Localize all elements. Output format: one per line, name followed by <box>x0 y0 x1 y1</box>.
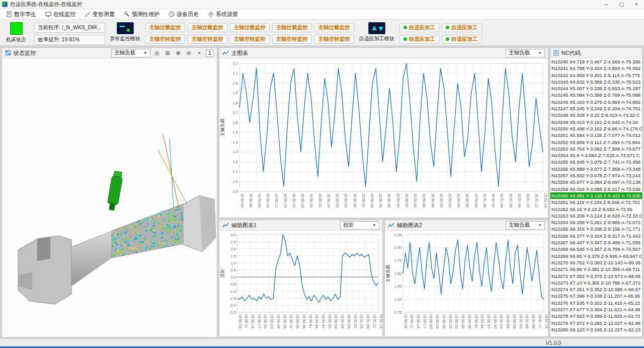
nc-code-line[interactable]: N10253 X5.754 Y-3.092 Z-7.508 A-73.677 <box>550 146 642 152</box>
nc-code-line[interactable]: N10248 X5.328 Y-3.22 Z-6.423 A-74.52 C <box>550 112 642 118</box>
zoom-in-icon[interactable]: ⊕ <box>174 49 182 57</box>
menu-item-online-monitoring[interactable]: 在线监控 <box>41 10 79 19</box>
spindle-overload-button[interactable]: 主轴过载监控 <box>272 23 312 32</box>
spindle-overload-button[interactable]: 主轴过载监控 <box>230 23 270 32</box>
nc-code-line[interactable]: N10249 X5.413 Y-3.191 Z-6.642 A-74.34 <box>550 119 642 125</box>
clear-icon[interactable]: × <box>195 49 203 57</box>
nc-code-line[interactable]: N10272 X7.002 Y-3.375 Z-10.573 A-68.05 <box>550 273 642 280</box>
zoom-out-icon[interactable]: ⊖ <box>185 49 193 57</box>
spindle-idle-button[interactable]: 主轴空转监控 <box>314 35 354 44</box>
adaptive-machining-button[interactable]: 自适应加工 <box>442 35 482 44</box>
svg-text:16:50:08: 16:50:08 <box>404 314 408 328</box>
nc-code-line[interactable]: N10260 X6.081 Y-3.133 Z-8.422 A-72.835 <box>550 192 642 199</box>
nc-code-line[interactable]: N10255 X5.845 Y-3.079 Z-7.741 A-73.458 <box>550 159 642 165</box>
nc-code-line[interactable]: N10241 X4.788 Y-3.434 Z-4.893 A-76.062 <box>550 65 642 72</box>
nc-code-line[interactable]: N10279 X7.972 Y-3.266 Z-12.027 A-62.98 <box>550 320 642 326</box>
main-chart[interactable]: 0.91.01.11.21.31.41.51.61.71.81.92.02.12… <box>219 58 548 218</box>
crosshair-icon[interactable]: ◎ <box>153 49 161 57</box>
menu-item-digital-twin[interactable]: 数字孪生 <box>2 10 40 19</box>
menu-item-system-settings[interactable]: 系统设置 <box>204 10 242 19</box>
pan-icon[interactable]: ⊞ <box>164 49 172 57</box>
maximize-icon[interactable]: ▢ <box>614 0 629 9</box>
nc-code-line[interactable]: N10261 X6.119 Y-3.159 Z-8.546 A-72.701 <box>550 199 642 205</box>
menu-item-predictive-maintenance[interactable]: 预测性维护 <box>120 10 164 19</box>
nc-code-line[interactable]: N10278 X7.823 Y-3.286 Z-11.825 A-63.73 <box>550 313 642 319</box>
nc-code-line[interactable]: N10257 X5.932 Y-3.078 Z-7.974 A-73.243 <box>550 172 642 179</box>
svg-text:16:50:18: 16:50:18 <box>300 193 305 207</box>
spindle-overload-button[interactable]: 主轴过载监控 <box>188 23 227 32</box>
nc-code-line[interactable]: N10268 X6.545 Y-3.367 Z-9.708 A-70.507 <box>550 246 642 252</box>
nc-code-line[interactable]: N10275 X7.396 Y-3.338 Z-11.207 A-65.95 <box>550 293 642 299</box>
svg-text:1.8: 1.8 <box>233 101 238 105</box>
svg-text:16:50:32: 16:50:32 <box>361 193 366 207</box>
svg-text:16:50:47: 16:50:47 <box>321 314 326 328</box>
chart-icon <box>388 222 394 228</box>
spindle-overload-button[interactable]: 主轴过载监控 <box>145 23 185 32</box>
adaptive-machining-button[interactable]: 自适应加工 <box>442 23 482 32</box>
aux-chart1-variable-dropdown[interactable]: 扭矩▼ <box>340 221 379 230</box>
spindle-idle-button[interactable]: 主轴空转监控 <box>230 35 270 44</box>
nc-code-line[interactable]: N10263 X6.206 Y-3.224 Z-8.828 A-72.33 C <box>550 213 642 219</box>
spindle-idle-button[interactable]: 主轴空转监控 <box>145 35 185 44</box>
menu-item-deformation-measure[interactable]: 变形测量 <box>80 10 119 19</box>
nc-code-line[interactable]: N10258 X5.977 Y-3.084 Z-8.097 A-73.138 <box>550 179 642 185</box>
svg-text:0.0: 0.0 <box>231 275 236 280</box>
model-variable-dropdown[interactable]: 主轴负载▼ <box>111 49 150 57</box>
nc-code-line[interactable]: N10276 X7.535 Y-3.322 Z-11.415 A-65.22 <box>550 300 642 306</box>
nc-code-line[interactable]: N10244 X5.007 Y-3.338 Z-5.553 A-75.297 <box>550 85 642 92</box>
3d-model-viewport[interactable] <box>2 58 217 337</box>
nc-code-line[interactable]: N10245 X5.084 Y-3.308 Z-5.769 A-75.088 <box>550 92 642 98</box>
menu-item-device-history[interactable]: 设备历史 <box>165 10 203 19</box>
adaptive-machining-button[interactable]: 自适应加工 <box>399 35 440 44</box>
spindle-overload-button[interactable]: 主轴过载监控 <box>314 23 354 32</box>
svg-text:16:50:56: 16:50:56 <box>506 314 510 328</box>
main-chart-variable-dropdown[interactable]: 主轴负载▼ <box>506 49 545 57</box>
nc-code-line[interactable]: N10274 X7.261 Y-3.352 Z-10.998 A-66.67 <box>550 286 642 293</box>
nc-code-line[interactable]: N10243 X4.932 Y-3.369 Z-5.335 A-75.523 <box>550 79 642 85</box>
nc-code-line[interactable]: N10251 X5.584 Y-3.136 Z-7.077 A-74.012 <box>550 132 642 138</box>
svg-text:1.3: 1.3 <box>233 150 238 154</box>
svg-text:16:50:23: 16:50:23 <box>270 314 274 328</box>
nc-code-line[interactable]: N10277 X7.677 Y-3.304 Z-11.621 A-64.48 <box>550 306 642 313</box>
nc-code-line[interactable]: N10256 X5.889 Y-3.077 Z-7.858 A-73.348 <box>550 166 642 172</box>
nc-code-line[interactable]: N10264 X6.258 Y-3.261 Z-8.989 A-72.072 <box>550 219 642 226</box>
adaptive-machining-button[interactable]: 自适应加工 <box>399 23 440 32</box>
nc-code-line[interactable]: N10280 X8.123 Y-3.245 Z-12.227 A-62.23 <box>550 326 642 333</box>
aux-chart2-variable-dropdown[interactable]: 主轴负载▼ <box>506 221 545 230</box>
nc-code-line[interactable]: N10273 X7.13 Y-3.365 Z-10.786 A-67.372 <box>550 280 642 286</box>
nc-code-line[interactable]: N10259 X6.016 Y-3.098 Z-8.217 A-73.036 <box>550 186 642 192</box>
adaptive-module[interactable]: 自适应加工模块 <box>359 22 394 42</box>
nc-code-line[interactable]: N10254 X5.8 Y-3.084 Z-7.625 A-73.571 C <box>550 152 642 159</box>
aux-chart2[interactable]: 0.751.001.251.501.752.002.2516:50:0816:5… <box>385 231 548 336</box>
nc-code-line[interactable]: N10265 X6.316 Y-3.296 Z-9.156 A-71.771 <box>550 226 642 232</box>
nc-code-line[interactable]: N10247 X5.245 Y-3.249 Z-6.204 A-74.701 <box>550 105 642 112</box>
spindle-idle-button[interactable]: 主轴空转监控 <box>188 35 227 44</box>
nc-code-line[interactable]: N10266 X6.377 Y-3.324 Z-9.317 A-71.443 <box>550 233 642 239</box>
nc-code-line[interactable]: N10252 X5.669 Y-3.112 Z-7.293 A-73.844 <box>550 139 642 146</box>
aux-chart1-title: 辅助图表1 <box>231 222 257 229</box>
nc-code-list[interactable]: N10240 X4.719 Y-3.467 Z-4.669 A-76.396N1… <box>550 58 642 336</box>
nc-code-line[interactable]: N10270 X6.762 Y-3.383 Z-10.143 A-69.36 <box>550 259 642 266</box>
anomaly-module-label: 异常监控模块 <box>110 35 140 42</box>
nc-code-line[interactable]: N10246 X5.163 Y-3.279 Z-5.984 A-74.892 <box>550 99 642 105</box>
close-icon[interactable]: × <box>629 0 644 9</box>
aux-chart1[interactable]: -2.5-2.0-1.5-1.0-0.50.00.51.01.52.02.53.… <box>219 231 382 336</box>
nc-code-line[interactable]: N10250 X5.498 Y-3.162 Z-6.86 A-74.178 C <box>550 125 642 132</box>
chevron-down-icon: ▼ <box>538 51 542 55</box>
svg-text:16:51:08: 16:51:08 <box>366 314 370 328</box>
nc-code-line[interactable]: N10262 X6.16 Y-3.19 Z-8.682 A-72.56 <box>550 206 642 213</box>
svg-text:2.0: 2.0 <box>233 81 238 86</box>
nc-code-line[interactable]: N10242 X4.859 Y-3.401 Z-5.114 A-75.775 <box>550 72 642 79</box>
nc-code-line[interactable]: N10269 X6.65 Y-3.379 Z-9.926 A-69.947 C <box>550 253 642 259</box>
nc-code-line[interactable]: N10240 X4.719 Y-3.467 Z-4.669 A-76.396 <box>550 58 642 65</box>
anomaly-module[interactable]: 异常监控模块 <box>110 22 140 42</box>
scale-value-box[interactable]: 1 <box>206 49 214 57</box>
part-mid-shaft <box>71 231 113 286</box>
svg-text:16:51:02: 16:51:02 <box>519 314 523 328</box>
minimize-icon[interactable]: – <box>599 0 614 9</box>
svg-text:16:51:10: 16:51:10 <box>526 193 530 207</box>
nc-code-line[interactable]: N10271 X6.88 Y-3.381 Z-10.359 A-68.711 <box>550 266 642 272</box>
spindle-idle-button[interactable]: 主轴空转监控 <box>272 35 312 44</box>
svg-text:16:51:08: 16:51:08 <box>531 314 536 328</box>
nc-code-line[interactable]: N10267 X6.447 Y-3.347 Z-9.489 A-71.055 <box>550 239 642 246</box>
